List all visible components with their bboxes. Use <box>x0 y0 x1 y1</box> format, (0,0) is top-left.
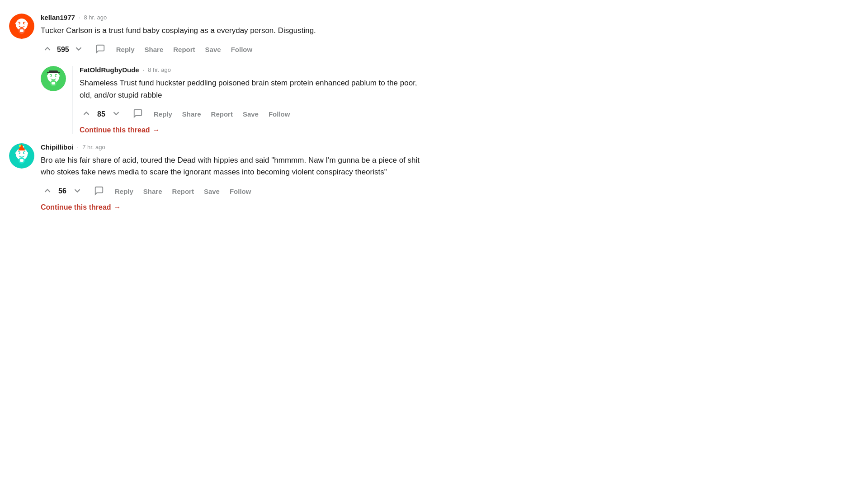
share-button[interactable]: Share <box>142 186 163 197</box>
comment-meta: Chipilliboi · 7 hr. ago <box>41 143 425 151</box>
share-button[interactable]: Share <box>181 108 202 120</box>
svg-rect-21 <box>47 72 60 73</box>
comment-icon-button[interactable] <box>94 42 107 57</box>
avatar <box>9 14 34 39</box>
svg-rect-19 <box>52 82 55 84</box>
avatar <box>41 66 66 91</box>
svg-point-7 <box>24 22 28 25</box>
reply-button[interactable]: Reply <box>115 44 136 55</box>
svg-rect-31 <box>20 159 24 162</box>
svg-point-33 <box>19 145 21 147</box>
continue-thread-label: Continue this thread <box>80 126 150 134</box>
comment-thread: kellan1977 · 8 hr. ago Tucker Carlson is… <box>0 9 434 225</box>
comment-content: kellan1977 · 8 hr. ago Tucker Carlson is… <box>41 14 425 57</box>
share-button[interactable]: Share <box>144 44 165 55</box>
report-button[interactable]: Report <box>172 44 196 55</box>
vote-group: 56 <box>41 184 84 199</box>
continue-thread-button[interactable]: Continue this thread → <box>41 203 121 211</box>
report-button[interactable]: Report <box>210 108 234 120</box>
comment-icon-button[interactable] <box>92 184 106 199</box>
comment-content: Chipilliboi · 7 hr. ago Bro ate his fair… <box>41 143 425 211</box>
nested-comment-section: FatOldRugbyDude · 8 hr. ago Shameless Tr… <box>41 66 425 134</box>
continue-thread-button[interactable]: Continue this thread → <box>80 126 160 134</box>
svg-point-28 <box>15 152 19 155</box>
vote-count: 85 <box>96 110 107 118</box>
comment-username: Chipilliboi <box>41 143 74 151</box>
comment-dot: · <box>143 66 145 73</box>
comment-actions: 85 Reply Share Report <box>80 107 425 122</box>
avatar <box>9 143 34 169</box>
follow-button[interactable]: Follow <box>230 44 254 55</box>
downvote-button[interactable] <box>72 42 85 57</box>
comment-item: kellan1977 · 8 hr. ago Tucker Carlson is… <box>9 14 425 57</box>
reply-button[interactable]: Reply <box>114 186 134 197</box>
vote-group: 595 <box>41 42 85 57</box>
comment-content: FatOldRugbyDude · 8 hr. ago Shameless Tr… <box>72 66 425 134</box>
save-button[interactable]: Save <box>203 186 221 197</box>
downvote-button[interactable] <box>109 107 123 122</box>
save-button[interactable]: Save <box>242 108 259 120</box>
svg-rect-9 <box>20 29 24 32</box>
vote-group: 85 <box>80 107 123 122</box>
svg-point-16 <box>47 75 51 77</box>
vote-count: 56 <box>57 187 68 195</box>
comment-time: 8 hr. ago <box>148 66 171 73</box>
comment-meta: FatOldRugbyDude · 8 hr. ago <box>80 66 425 74</box>
save-button[interactable]: Save <box>204 44 222 55</box>
comment-actions: 56 Reply Share Report Save Follow <box>41 184 425 199</box>
comment-time: 8 hr. ago <box>84 14 107 21</box>
report-button[interactable]: Report <box>171 186 195 197</box>
comment-item: Chipilliboi · 7 hr. ago Bro ate his fair… <box>9 143 425 211</box>
comment-text: Shameless Trust fund huckster peddling p… <box>80 77 425 101</box>
reply-button[interactable]: Reply <box>153 108 173 120</box>
continue-thread-arrow: → <box>114 203 121 211</box>
upvote-button[interactable] <box>41 184 54 199</box>
svg-point-34 <box>23 146 24 148</box>
comment-text: Bro ate his fair share of acid, toured t… <box>41 155 425 178</box>
continue-thread-arrow: → <box>153 126 160 134</box>
comment-time: 7 hr. ago <box>82 144 105 150</box>
comment-username: FatOldRugbyDude <box>80 66 139 74</box>
downvote-button[interactable] <box>71 184 84 199</box>
follow-button[interactable]: Follow <box>229 186 252 197</box>
comment-icon-button[interactable] <box>131 107 145 122</box>
comment-username: kellan1977 <box>41 14 75 21</box>
svg-point-6 <box>15 22 19 25</box>
comment-dot: · <box>79 14 80 21</box>
continue-thread-label: Continue this thread <box>41 203 111 211</box>
follow-button[interactable]: Follow <box>268 108 291 120</box>
comment-dot: · <box>77 144 79 150</box>
vote-count: 595 <box>57 46 69 54</box>
comment-item: FatOldRugbyDude · 8 hr. ago Shameless Tr… <box>41 66 425 134</box>
comment-text: Tucker Carlson is a trust fund baby cosp… <box>41 25 425 37</box>
upvote-button[interactable] <box>41 42 54 57</box>
upvote-button[interactable] <box>80 107 93 122</box>
comment-actions: 595 Reply Share Report Save Follow <box>41 42 425 57</box>
svg-point-29 <box>24 152 28 155</box>
svg-point-17 <box>56 75 60 77</box>
comment-meta: kellan1977 · 8 hr. ago <box>41 14 425 21</box>
